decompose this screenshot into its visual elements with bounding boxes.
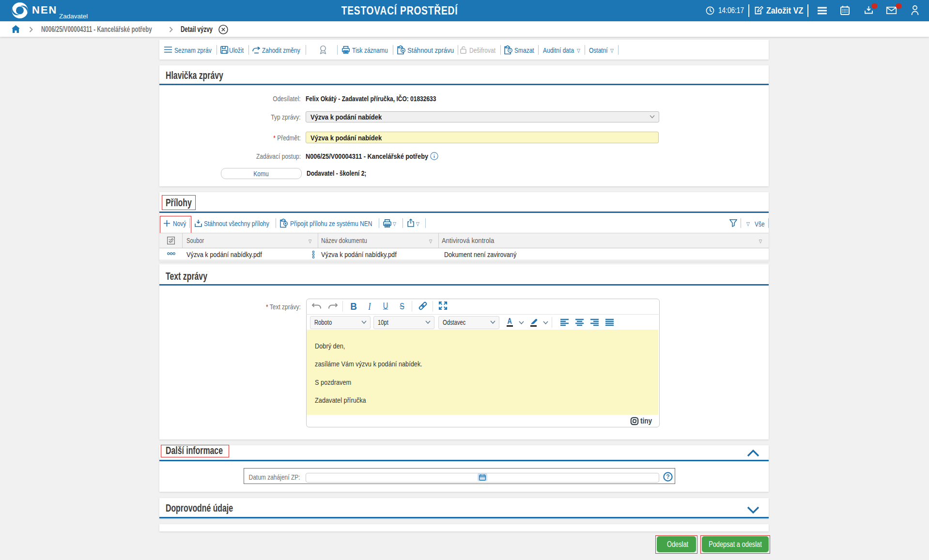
svg-text:?: ? <box>666 473 669 480</box>
